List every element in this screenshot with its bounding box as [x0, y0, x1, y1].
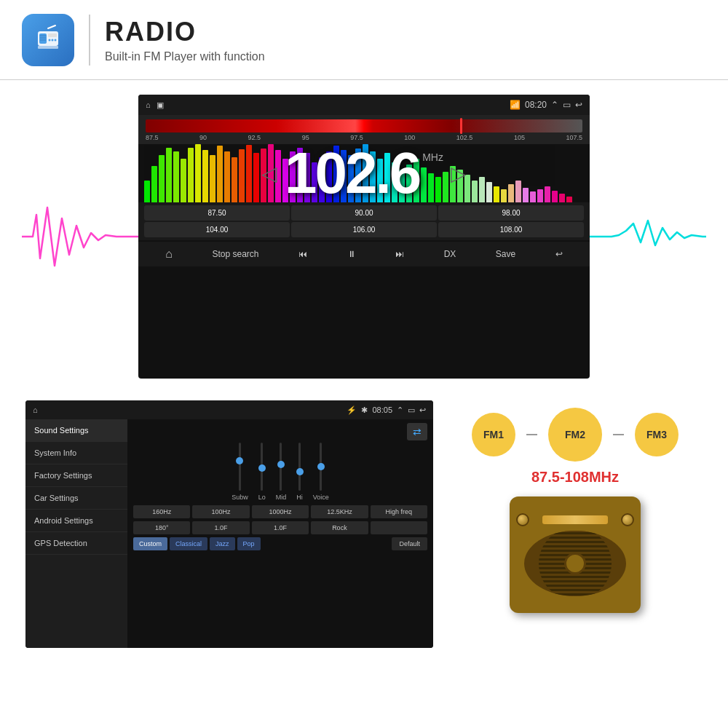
mid-label: Mid [276, 494, 287, 501]
mid-track[interactable] [280, 443, 282, 491]
preset-btn-2[interactable]: 90.00 [291, 205, 437, 221]
fm3-bubble: FM3 [635, 413, 678, 456]
settings-wifi-icon: ✱ [361, 405, 368, 415]
frequency-display: 102.6 [285, 144, 419, 202]
freq-unit: MHz [422, 151, 443, 163]
svg-rect-2 [39, 33, 47, 44]
svg-point-6 [55, 39, 57, 41]
freq-btn-125khz[interactable]: 12.5KHz [311, 505, 368, 518]
eq-slider-subw: Subw [232, 443, 248, 501]
play-pause-btn[interactable]: ⏸ [347, 249, 356, 259]
expand-icon: ⌃ [551, 100, 558, 110]
subw-track[interactable] [239, 443, 241, 491]
eq-icon-area: ⇄ [133, 425, 427, 438]
settings-statusbar-left: ⌂ [33, 405, 38, 414]
freq-label-975: 97.5 [350, 134, 363, 141]
signal-icon: 📶 [510, 100, 521, 110]
voice-track[interactable] [320, 443, 322, 491]
fm2-bubble: FM2 [548, 408, 602, 462]
settings-statusbar-right: ⚡ ✱ 08:05 ⌃ ▭ ↩ [347, 405, 426, 415]
bottom-section: ⌂ ⚡ ✱ 08:05 ⌃ ▭ ↩ Sound Settings System … [15, 393, 713, 655]
svg-rect-10 [38, 46, 58, 49]
freq-btn-highfreq[interactable]: High freq [371, 505, 427, 518]
mid-thumb [277, 461, 285, 468]
voice-label: Voice [313, 494, 329, 501]
subw-thumb [236, 457, 243, 464]
freq-left-arrow[interactable]: ◁ [261, 162, 277, 186]
preset-jazz-btn[interactable]: Jazz [210, 537, 235, 550]
preset-btn-4[interactable]: 104.00 [144, 222, 290, 237]
eq-slider-lo: Lo [258, 443, 266, 501]
settings-time: 08:05 [372, 405, 392, 415]
menu-item-android[interactable]: Android Settings [25, 510, 127, 532]
freq-label-925: 92.5 [248, 134, 261, 141]
menu-item-factory[interactable]: Factory Settings [25, 464, 127, 487]
subw-label: Subw [232, 494, 248, 501]
fm2-label: FM2 [565, 429, 585, 440]
fm3-label: FM3 [646, 429, 667, 440]
controls-bar: ⌂ Stop search ⏮ ⏸ ⏭ DX Save ↩ [138, 242, 590, 266]
fm1-label: FM1 [483, 429, 504, 440]
preset-classical-btn[interactable]: Classical [170, 537, 207, 550]
svg-point-5 [52, 39, 54, 41]
frequency-needle [460, 118, 462, 134]
dx-btn[interactable]: DX [444, 249, 456, 259]
freq-btn-100hz[interactable]: 100Hz [192, 505, 249, 518]
mode-btn-1f2[interactable]: 1.0F [252, 521, 309, 534]
radio-icon [32, 24, 64, 56]
header-divider [89, 15, 90, 66]
freq-label-90: 90 [199, 134, 207, 141]
frequency-bar-container: 87.5 90 92.5 95 97.5 100 102.5 105 107.5 [138, 115, 590, 144]
settings-main-panel: ⇄ Subw [127, 419, 433, 648]
voice-thumb [317, 463, 325, 470]
preset-btn-1[interactable]: 87.50 [144, 205, 290, 221]
eq-slider-hi: Hi [296, 443, 303, 501]
settings-statusbar: ⌂ ⚡ ✱ 08:05 ⌃ ▭ ↩ [25, 400, 433, 419]
fm-freq-range: 87.5-108MHz [531, 469, 619, 486]
preset-pop-btn[interactable]: Pop [237, 537, 261, 550]
menu-item-sound[interactable]: Sound Settings [25, 419, 127, 442]
freq-right-arrow[interactable]: ▷ [451, 162, 467, 186]
menu-item-sysinfo[interactable]: System Info [25, 442, 127, 464]
freq-btn-160hz[interactable]: 160Hz [133, 505, 190, 518]
menu-item-car[interactable]: Car Settings [25, 487, 127, 510]
preset-btn-5[interactable]: 106.00 [291, 222, 437, 237]
hi-thumb [296, 468, 304, 475]
next-btn[interactable]: ⏭ [395, 249, 404, 259]
radio-knob-left [516, 513, 529, 526]
preset-custom-btn[interactable]: Custom [133, 537, 167, 550]
mode-btn-rock[interactable]: Rock [311, 521, 368, 534]
radio-screen: ⌂ ▣ 📶 08:20 ⌃ ▭ ↩ 87.5 90 [138, 95, 590, 379]
default-btn[interactable]: Default [392, 537, 427, 550]
radio-statusbar: ⌂ ▣ 📶 08:20 ⌃ ▭ ↩ [138, 95, 590, 115]
page-header: RADIO Built-in FM Player with function [0, 0, 728, 80]
preset-btn-6[interactable]: 108.00 [438, 222, 584, 237]
preset-btn-3[interactable]: 98.00 [438, 205, 584, 221]
freq-btn-1000hz[interactable]: 1000Hz [252, 505, 309, 518]
stop-search-btn[interactable]: Stop search [212, 249, 258, 259]
settings-screen: ⌂ ⚡ ✱ 08:05 ⌃ ▭ ↩ Sound Settings System … [25, 400, 433, 648]
lo-track[interactable] [261, 443, 263, 491]
mode-btn-1f1[interactable]: 1.0F [192, 521, 249, 534]
freq-label-875: 87.5 [146, 134, 159, 141]
prev-btn[interactable]: ⏮ [298, 249, 307, 259]
radio-display-strip [542, 515, 608, 524]
wave-right [590, 193, 706, 280]
svg-rect-3 [48, 33, 57, 37]
wifi-icon: ▣ [157, 100, 164, 110]
mode-btn-180[interactable]: 180° [133, 521, 190, 534]
svg-point-4 [49, 39, 51, 41]
home-control-btn[interactable]: ⌂ [165, 248, 173, 261]
fm-bubbles: FM1 FM2 FM3 [472, 408, 678, 462]
freq-label-105: 105 [514, 134, 525, 141]
frequency-slider[interactable] [146, 119, 582, 132]
settings-expand-icon: ⌃ [397, 405, 403, 415]
settings-home-icon: ⌂ [33, 405, 38, 414]
speaker-center-dot [564, 553, 586, 574]
eq-speaker-btn[interactable]: ⇄ [407, 423, 427, 440]
back-control-btn[interactable]: ↩ [555, 249, 563, 259]
menu-item-gps[interactable]: GPS Detection [25, 532, 127, 555]
save-btn[interactable]: Save [496, 249, 515, 259]
hi-track[interactable] [298, 443, 301, 491]
hi-label: Hi [296, 494, 303, 501]
